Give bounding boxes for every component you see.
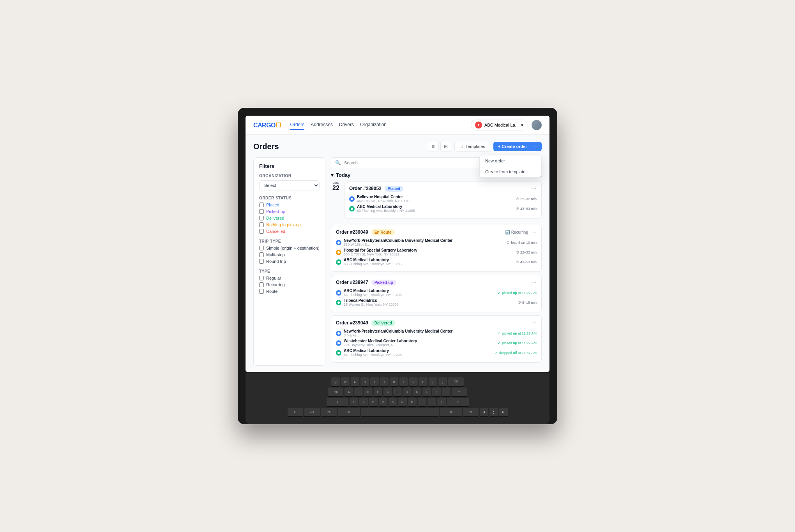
kb-key: O bbox=[409, 377, 418, 386]
org-select[interactable]: Select bbox=[259, 180, 320, 190]
date-day: 22 bbox=[331, 185, 341, 192]
kb-key: ctrl bbox=[304, 408, 320, 416]
app-logo: CARGO☐ bbox=[253, 122, 281, 129]
kb-key: , bbox=[418, 398, 426, 406]
kb-key: ⌥ bbox=[321, 408, 337, 416]
date-col-1: JUL 22 bbox=[331, 181, 341, 192]
kb-key: / bbox=[437, 398, 446, 406]
o3-stop-1-info: ABC Medical Laboratory 63 Flushing Ave, … bbox=[344, 289, 495, 297]
chevron-down-icon: ▾ bbox=[521, 123, 523, 128]
order-2-header: Order #239049 En Route 🔄 Recurring ⋯ bbox=[336, 229, 537, 235]
status-delivered-item: Delivered bbox=[259, 216, 320, 220]
o2-stop-1-name: NewYork-Presbyterian/Columbia University… bbox=[344, 238, 504, 243]
status-filter-label: Order status bbox=[259, 196, 320, 200]
keyboard: Q W E R T Y U I O P [ ] ⌫ Tab A S D F G bbox=[246, 373, 549, 424]
list-view-btn[interactable]: ≡ bbox=[428, 141, 439, 152]
svg-point-0 bbox=[351, 198, 353, 200]
status-delivered-checkbox[interactable] bbox=[259, 216, 264, 220]
nav-addresses[interactable]: Addresses bbox=[311, 120, 333, 130]
section-toggle[interactable]: ▾ Today bbox=[331, 172, 350, 178]
map-view-btn[interactable]: ⊞ bbox=[440, 141, 451, 152]
order-2-status: En Route bbox=[371, 229, 395, 235]
status-placed-checkbox[interactable] bbox=[259, 203, 264, 207]
order-1-stop-1: Bellevue Hospital Center 462 1st Ave., N… bbox=[349, 195, 537, 203]
order-1-more-btn[interactable]: ⋯ bbox=[531, 185, 537, 192]
kb-key: V bbox=[379, 398, 387, 406]
status-pickedup-checkbox[interactable] bbox=[259, 209, 264, 214]
templates-button[interactable]: ☐ Templates bbox=[454, 142, 490, 151]
kb-key: ' bbox=[442, 388, 450, 396]
trip-multistop-checkbox[interactable] bbox=[259, 252, 264, 257]
org-selector[interactable]: A ABC Medical La... ▾ bbox=[471, 120, 528, 130]
order-4-stop-3: ABC Medical Laboratory 63 Flushing Ave, … bbox=[336, 349, 537, 357]
pickup-icon-2 bbox=[336, 240, 341, 245]
filters-panel: Filters Organization Select Order status… bbox=[253, 157, 325, 366]
type-regular-item: Regular bbox=[259, 276, 320, 280]
svg-point-5 bbox=[337, 292, 340, 294]
status-nothing-checkbox[interactable] bbox=[259, 222, 264, 227]
o2-stop-3-address: 63 Flushing Ave, Brooklyn, NY 11205 bbox=[344, 262, 513, 266]
kb-key: Z bbox=[350, 398, 358, 406]
o2-stop-1-address: 630 W 168th S... bbox=[344, 243, 504, 247]
dropoff-icon-2 bbox=[336, 259, 341, 265]
svg-point-8 bbox=[337, 342, 340, 344]
orders-list: 🔍 ▾ Today 📅 Oct 22, 2022 📋 bbox=[331, 157, 542, 366]
order-4-stop-2: Westchester Medical Center Laboratory 72… bbox=[336, 339, 537, 347]
stop-1-address: 462 1st Ave., New York, NY 10016... bbox=[357, 199, 513, 203]
trip-type-label: Trip type bbox=[259, 239, 320, 243]
kb-key: U bbox=[390, 377, 398, 386]
templates-label: Templates bbox=[466, 144, 485, 149]
kb-key: fn bbox=[288, 408, 303, 416]
template-icon: ☐ bbox=[459, 144, 463, 149]
svg-point-1 bbox=[351, 208, 353, 210]
dropdown-new-order[interactable]: New order bbox=[480, 155, 541, 166]
order-4-more-btn[interactable]: ⋯ bbox=[531, 320, 537, 326]
order-3-status: Picked-up bbox=[371, 280, 396, 285]
o4-stop-1-address: 3 Marke... bbox=[344, 333, 495, 337]
type-regular-checkbox[interactable] bbox=[259, 276, 264, 280]
stop-2-info: ABC Medical Laboratory 63 Flushing Ave, … bbox=[357, 204, 513, 213]
trip-simple-checkbox[interactable] bbox=[259, 246, 264, 250]
clock-icon-5: ⏱ bbox=[516, 260, 519, 264]
user-avatar[interactable] bbox=[532, 120, 542, 130]
dropdown-create-from-template[interactable]: Create from template bbox=[480, 166, 541, 177]
view-icons: ≡ ⊞ bbox=[428, 141, 451, 152]
clock-icon-6: ⏱ bbox=[518, 301, 521, 305]
kb-key: ▲ ▼ bbox=[489, 408, 498, 416]
create-order-button[interactable]: + Create order ··· bbox=[493, 142, 542, 151]
o4-stop-1-name: NewYork-Presbyterian/Columbia University… bbox=[344, 329, 495, 333]
order-card-1: Order #239052 Placed ⋯ Bellevue bbox=[344, 181, 542, 218]
filters-title: Filters bbox=[259, 163, 320, 169]
order-2-more-btn[interactable]: ⋯ bbox=[531, 229, 537, 235]
order-card-4: Order #239049 Delivered ⋯ NewYork-Presby… bbox=[331, 315, 542, 363]
type-recurring-checkbox[interactable] bbox=[259, 282, 264, 287]
kb-key: L bbox=[422, 388, 431, 396]
check-icon-2: ✓ bbox=[498, 331, 501, 335]
kb-key: S bbox=[354, 388, 363, 396]
nav-organization[interactable]: Organization bbox=[360, 120, 387, 130]
nav-orders[interactable]: Orders bbox=[290, 120, 305, 130]
nav-drivers[interactable]: Drivers bbox=[339, 120, 354, 130]
pickup-icon-3 bbox=[336, 290, 341, 296]
clock-icon: ⏱ bbox=[516, 197, 519, 201]
order-3-stop-2: Tribeca Pediatrics 15 Warren St, New Yor… bbox=[336, 298, 537, 307]
kb-key: P bbox=[419, 377, 428, 386]
org-filter: Organization Select bbox=[259, 174, 320, 190]
kb-key: ; bbox=[432, 388, 441, 396]
trip-roundtrip-checkbox[interactable] bbox=[259, 259, 264, 264]
pickup-icon-5 bbox=[336, 340, 341, 346]
org-name: ABC Medical La... bbox=[484, 123, 519, 127]
status-cancelled-checkbox[interactable] bbox=[259, 229, 264, 234]
order-3-more-btn[interactable]: ⋯ bbox=[531, 279, 537, 285]
create-order-dropdown-btn[interactable]: ··· bbox=[532, 142, 542, 151]
header-actions: ≡ ⊞ ☐ Templates + Create order bbox=[428, 141, 542, 152]
o4-stop-1-info: NewYork-Presbyterian/Columbia University… bbox=[344, 329, 495, 337]
type-route-checkbox[interactable] bbox=[259, 289, 264, 294]
trip-multistop-label: Multi-stop bbox=[266, 252, 285, 257]
create-order-main-btn[interactable]: + Create order bbox=[493, 142, 532, 151]
kb-key: J bbox=[403, 388, 412, 396]
kb-key: T bbox=[370, 377, 379, 386]
svg-point-9 bbox=[337, 352, 340, 354]
chevron-down-icon: ▾ bbox=[331, 172, 334, 178]
stop-2-name: ABC Medical Laboratory bbox=[357, 204, 513, 209]
